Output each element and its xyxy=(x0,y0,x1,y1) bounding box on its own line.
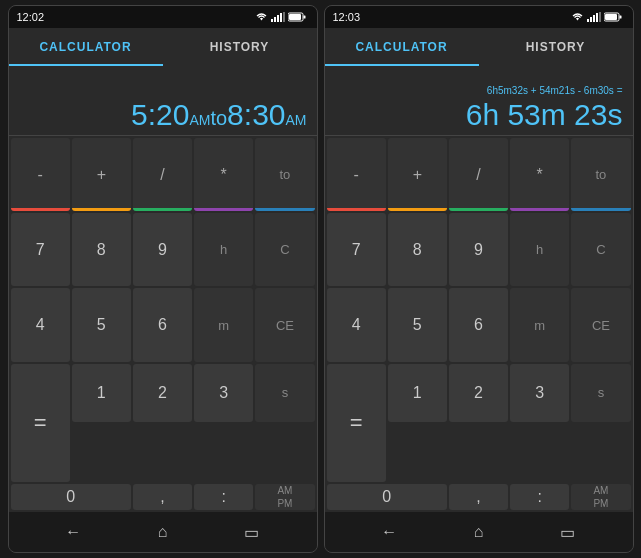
key-4-r2c0[interactable]: 4 xyxy=(11,288,70,361)
key-1-r3c0[interactable]: 1 xyxy=(72,364,131,422)
recent-button[interactable]: ▭ xyxy=(238,518,266,546)
key-row-1: 789hC xyxy=(327,213,631,286)
signal-icon xyxy=(587,12,601,22)
color-bar xyxy=(11,208,70,211)
key-0-r4c0[interactable]: 0 xyxy=(327,484,447,510)
key-ce-r2c4[interactable]: CE xyxy=(255,288,314,361)
color-bar xyxy=(194,208,253,211)
key-ampm-r4c3[interactable]: AMPM xyxy=(255,484,314,510)
back-button[interactable]: ← xyxy=(59,518,87,546)
key-3-r3c2[interactable]: 3 xyxy=(510,364,569,422)
key-:-r4c2[interactable]: : xyxy=(510,484,569,510)
bottom-nav: ←⌂▭ xyxy=(9,512,317,552)
status-bar: 12:02 xyxy=(9,6,317,28)
keypad: -+/*to789hC456mCE123s=0,:AMPM xyxy=(325,136,633,512)
key-7-r1c0[interactable]: 7 xyxy=(327,213,386,286)
display-main: 5:20AMto8:30AM xyxy=(19,98,307,131)
status-bar: 12:03 xyxy=(325,6,633,28)
key-s-r3c3[interactable]: s xyxy=(571,364,630,422)
key-=-r3c4[interactable]: = xyxy=(327,364,386,482)
key-:-r4c2[interactable]: : xyxy=(194,484,253,510)
key-m-r2c3[interactable]: m xyxy=(510,288,569,361)
key-to-r0c4[interactable]: to xyxy=(255,138,314,211)
home-button[interactable]: ⌂ xyxy=(464,518,492,546)
svg-rect-3 xyxy=(280,13,282,22)
recent-button[interactable]: ▭ xyxy=(554,518,582,546)
key-1-r3c0[interactable]: 1 xyxy=(388,364,447,422)
key-h-r1c3[interactable]: h xyxy=(194,213,253,286)
key-*-r0c3[interactable]: * xyxy=(510,138,569,211)
status-time: 12:02 xyxy=(17,11,45,23)
svg-rect-11 xyxy=(596,13,598,22)
key-row-0: -+/*to xyxy=(11,138,315,211)
svg-rect-0 xyxy=(271,19,273,22)
key-,-r4c1[interactable]: , xyxy=(133,484,192,510)
key-rows-3-4: 123s=0,:AMPM xyxy=(11,364,315,510)
svg-rect-15 xyxy=(619,16,621,19)
key-8-r1c1[interactable]: 8 xyxy=(388,213,447,286)
color-bar xyxy=(327,208,386,211)
key-ce-r2c4[interactable]: CE xyxy=(571,288,630,361)
tab-history[interactable]: HISTORY xyxy=(479,28,633,66)
back-button[interactable]: ← xyxy=(375,518,403,546)
key-9-r1c2[interactable]: 9 xyxy=(449,213,508,286)
ampm-label: AMPM xyxy=(593,484,608,510)
tab-history[interactable]: HISTORY xyxy=(163,28,317,66)
key-2-r3c1[interactable]: 2 xyxy=(133,364,192,422)
svg-rect-2 xyxy=(277,15,279,22)
ampm-label: AMPM xyxy=(277,484,292,510)
color-bar xyxy=(388,208,447,211)
key-/-r0c2[interactable]: / xyxy=(133,138,192,211)
key-*-r0c3[interactable]: * xyxy=(194,138,253,211)
svg-rect-1 xyxy=(274,17,276,22)
wifi-icon xyxy=(255,12,268,22)
key-c-r1c4[interactable]: C xyxy=(255,213,314,286)
key-6-r2c2[interactable]: 6 xyxy=(133,288,192,361)
color-bar xyxy=(255,208,314,211)
tab-calculator[interactable]: CALCULATOR xyxy=(325,28,479,66)
key-5-r2c1[interactable]: 5 xyxy=(72,288,131,361)
key---r0c0[interactable]: - xyxy=(327,138,386,211)
key---r0c0[interactable]: - xyxy=(11,138,70,211)
key-5-r2c1[interactable]: 5 xyxy=(388,288,447,361)
key-m-r2c3[interactable]: m xyxy=(194,288,253,361)
color-bar xyxy=(72,208,131,211)
key-+-r0c1[interactable]: + xyxy=(72,138,131,211)
tab-bar: CALCULATORHISTORY xyxy=(325,28,633,66)
key-3-r3c2[interactable]: 3 xyxy=(194,364,253,422)
calculator-display: 5:20AMto8:30AM xyxy=(9,66,317,136)
key-s-r3c3[interactable]: s xyxy=(255,364,314,422)
svg-rect-4 xyxy=(283,12,285,22)
status-time: 12:03 xyxy=(333,11,361,23)
key-9-r1c2[interactable]: 9 xyxy=(133,213,192,286)
home-button[interactable]: ⌂ xyxy=(148,518,176,546)
key-2-r3c1[interactable]: 2 xyxy=(449,364,508,422)
tab-calculator[interactable]: CALCULATOR xyxy=(9,28,163,66)
color-bar xyxy=(133,208,192,211)
signal-icon xyxy=(271,12,285,22)
key-+-r0c1[interactable]: + xyxy=(388,138,447,211)
key-0-r4c0[interactable]: 0 xyxy=(11,484,131,510)
key-row-1: 789hC xyxy=(11,213,315,286)
key-=-r3c4[interactable]: = xyxy=(11,364,70,482)
key-to-r0c4[interactable]: to xyxy=(571,138,630,211)
key-,-r4c1[interactable]: , xyxy=(449,484,508,510)
key-ampm-r4c3[interactable]: AMPM xyxy=(571,484,630,510)
key-8-r1c1[interactable]: 8 xyxy=(72,213,131,286)
bottom-nav: ←⌂▭ xyxy=(325,512,633,552)
ampm2: AM xyxy=(286,112,307,128)
key-7-r1c0[interactable]: 7 xyxy=(11,213,70,286)
key-4-r2c0[interactable]: 4 xyxy=(327,288,386,361)
display-formula: 6h5m32s + 54m21s - 6m30s = xyxy=(335,85,623,96)
key-/-r0c2[interactable]: / xyxy=(449,138,508,211)
calculator-display: 6h5m32s + 54m21s - 6m30s =6h 53m 23s xyxy=(325,66,633,136)
key-h-r1c3[interactable]: h xyxy=(510,213,569,286)
key-6-r2c2[interactable]: 6 xyxy=(449,288,508,361)
key-row-2: 456mCE xyxy=(327,288,631,361)
svg-rect-14 xyxy=(605,14,617,20)
key-rows-3-4: 123s=0,:AMPM xyxy=(327,364,631,510)
key-c-r1c4[interactable]: C xyxy=(571,213,630,286)
key-row-2: 456mCE xyxy=(11,288,315,361)
svg-rect-9 xyxy=(590,17,592,22)
phone-left: 12:02 CALCULATORHISTORY5:20AMto8:30AM-+/… xyxy=(8,5,318,553)
